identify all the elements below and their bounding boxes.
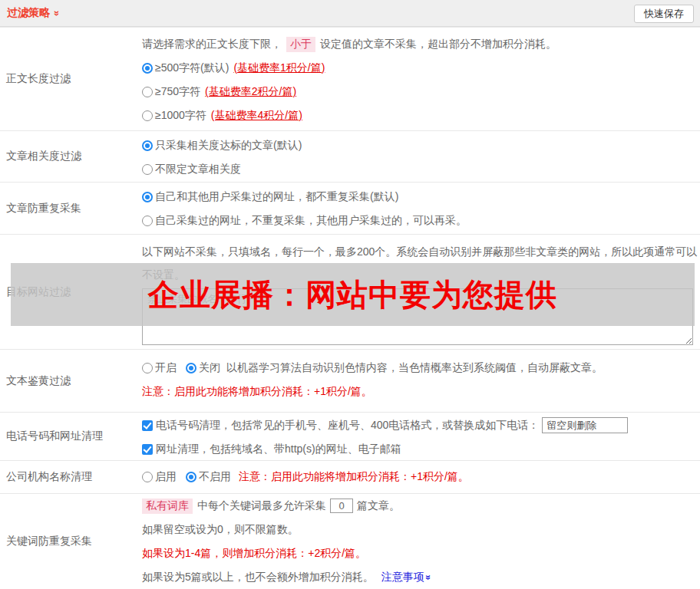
notes-link[interactable]: 注意事项«	[381, 571, 431, 584]
quick-save-button[interactable]: 快速保存	[634, 5, 694, 23]
length-intro-pre: 请选择需求的正文长度下限，	[142, 38, 282, 51]
fee-label: (基础费率1积分/篇)	[233, 61, 325, 75]
ad-overlay-banner: 企业展播：网站中要为您提供	[11, 263, 695, 326]
relevance-option-any: 不限定文章相关度	[142, 157, 700, 181]
radio-checked-icon[interactable]	[186, 363, 196, 373]
radio-icon[interactable]	[142, 164, 153, 175]
filter-settings-page: 过滤策略 « 快速保存 正文长度过滤 请选择需求的正文长度下限， 小于 设定值的…	[0, 0, 700, 589]
row-keyword-dedup: 关键词防重复采集 私有词库 中每个关键词最多允许采集 篇文章。 如果留空或设为0…	[0, 493, 700, 589]
row-label-dedup: 文章防重复采集	[0, 183, 142, 234]
notes-link-label: 注意事项	[381, 571, 424, 583]
row-label-keyword-dedup: 关键词防重复采集	[0, 494, 142, 589]
option-label-enable: 启用	[155, 470, 177, 484]
radio-checked-icon[interactable]	[142, 63, 153, 74]
row-body-length-filter: 正文长度过滤 请选择需求的正文长度下限， 小于 设定值的文章不采集，超出部分不增…	[0, 27, 700, 130]
ad-overlay-text[interactable]: 企业展播：网站中要为您提供	[148, 274, 557, 316]
radio-icon[interactable]	[142, 87, 153, 97]
fee-label: (基础费率4积分/篇)	[211, 109, 302, 123]
phone-cleanup-option: 电话号码清理，包括常见的手机号、座机号、400电话格式，或替换成如下电话：	[142, 413, 700, 437]
length-intro-post: 设定值的文章不采集，超出部分不增加积分消耗。	[320, 38, 556, 51]
radio-icon[interactable]	[142, 110, 153, 121]
note-text: 如果设为5篇或以上，也不会额外增加积分消耗。	[142, 571, 374, 584]
radio-checked-icon[interactable]	[142, 140, 153, 151]
checkbox-checked-icon[interactable]	[142, 444, 153, 455]
radio-icon[interactable]	[142, 216, 153, 226]
option-label: ≥500字符(默认)	[155, 61, 229, 75]
option-label: ≥1000字符	[155, 109, 206, 123]
keyword-limit-text: 中每个关键词最多允许采集	[197, 499, 326, 513]
radio-icon[interactable]	[142, 472, 153, 482]
radio-icon[interactable]	[142, 363, 153, 373]
keyword-limit-line: 私有词库 中每个关键词最多允许采集 篇文章。	[142, 494, 700, 518]
collapse-chevron-icon[interactable]: «	[50, 10, 61, 15]
cost-warning-text: 注意：启用此功能将增加积分消耗：+1积分/篇。	[142, 385, 372, 399]
url-cleanup-option: 网址清理，包括纯域名、带http(s)的网址、电子邮箱	[142, 437, 700, 461]
cost-warning-text: 如果设为1-4篇，则增加积分消耗：+2积分/篇。	[142, 547, 366, 561]
row-phone-url-cleanup: 电话号码和网址清理 电话号码清理，包括常见的手机号、座机号、400电话格式，或替…	[0, 412, 700, 460]
option-label-disable: 不启用	[199, 470, 231, 484]
length-option-750: ≥750字符 (基础费率2积分/篇)	[142, 80, 700, 104]
radio-checked-icon[interactable]	[142, 192, 153, 202]
porn-filter-note: 注意：启用此功能将增加积分消耗：+1积分/篇。	[142, 380, 700, 403]
keyword-note-cost: 如果设为1-4篇，则增加积分消耗：+2积分/篇。	[142, 541, 700, 565]
row-label-phone-cleanup: 电话号码和网址清理	[0, 413, 142, 460]
page-title: 过滤策略	[7, 6, 50, 20]
option-label-off: 关闭	[199, 361, 220, 375]
row-label-relevance: 文章相关度过滤	[0, 131, 142, 182]
private-lexicon-chip: 私有词库	[142, 499, 193, 514]
row-label-body-length: 正文长度过滤	[0, 28, 142, 130]
option-label: ≥750字符	[155, 85, 200, 99]
relevance-option-strict: 只采集相关度达标的文章(默认)	[142, 133, 700, 157]
keyword-count-input[interactable]	[330, 499, 353, 513]
company-cleanup-options: 启用 不启用 注意：启用此功能将增加积分消耗：+1积分/篇。	[142, 466, 469, 489]
chevron-down-icon: «	[422, 574, 433, 580]
porn-filter-description: 以机器学习算法自动识别色情内容，当色情概率达到系统阈值，自动屏蔽文章。	[226, 361, 603, 375]
phone-cleanup-label: 电话号码清理，包括常见的手机号、座机号、400电话格式，或替换成如下电话：	[156, 419, 539, 433]
option-label: 自己和其他用户采集过的网址，都不重复采集(默认)	[155, 190, 398, 204]
checkbox-checked-icon[interactable]	[142, 420, 153, 431]
row-company-name-cleanup: 公司机构名称清理 启用 不启用 注意：启用此功能将增加积分消耗：+1积分/篇。	[0, 460, 700, 493]
keyword-note-zero: 如果留空或设为0，则不限篇数。	[142, 518, 700, 541]
row-dedup-collection: 文章防重复采集 自己和其他用户采集过的网址，都不重复采集(默认) 自己采集过的网…	[0, 182, 700, 234]
row-label-porn-filter: 文本鉴黄过滤	[0, 350, 142, 412]
dedup-option-all-users: 自己和其他用户采集过的网址，都不重复采集(默认)	[142, 185, 700, 209]
row-relevance-filter: 文章相关度过滤 只采集相关度达标的文章(默认) 不限定文章相关度	[0, 130, 700, 182]
row-porn-filter: 文本鉴黄过滤 开启 关闭 以机器学习算法自动识别色情内容，当色情概率达到系统阈值…	[0, 349, 700, 412]
length-intro: 请选择需求的正文长度下限， 小于 设定值的文章不采集，超出部分不增加积分消耗。	[142, 32, 700, 56]
replacement-phone-input[interactable]	[542, 417, 628, 433]
option-label: 只采集相关度达标的文章(默认)	[155, 139, 302, 153]
option-label: 自己采集过的网址，不重复采集，其他用户采集过的，可以再采。	[155, 214, 467, 228]
option-label-on: 开启	[155, 361, 177, 375]
note-text: 如果留空或设为0，则不限篇数。	[142, 523, 299, 537]
cost-warning-text: 注意：启用此功能将增加积分消耗：+1积分/篇。	[239, 470, 469, 484]
porn-filter-options: 开启 关闭 以机器学习算法自动识别色情内容，当色情概率达到系统阈值，自动屏蔽文章…	[142, 356, 700, 380]
option-label: 不限定文章相关度	[155, 163, 241, 176]
url-cleanup-label: 网址清理，包括纯域名、带http(s)的网址、电子邮箱	[156, 443, 401, 456]
fee-label: (基础费率2积分/篇)	[205, 85, 296, 99]
radio-checked-icon[interactable]	[186, 472, 196, 482]
length-option-500: ≥500字符(默认) (基础费率1积分/篇)	[142, 56, 700, 80]
dedup-option-self-only: 自己采集过的网址，不重复采集，其他用户采集过的，可以再采。	[142, 209, 700, 232]
length-option-1000: ≥1000字符 (基础费率4积分/篇)	[142, 104, 700, 127]
header-bar: 过滤策略 « 快速保存	[0, 0, 700, 27]
less-than-chip: 小于	[286, 37, 315, 52]
keyword-limit-suffix: 篇文章。	[357, 499, 400, 513]
keyword-note-five: 如果设为5篇或以上，也不会额外增加积分消耗。 注意事项«	[142, 565, 700, 589]
row-label-company-cleanup: 公司机构名称清理	[0, 461, 142, 493]
